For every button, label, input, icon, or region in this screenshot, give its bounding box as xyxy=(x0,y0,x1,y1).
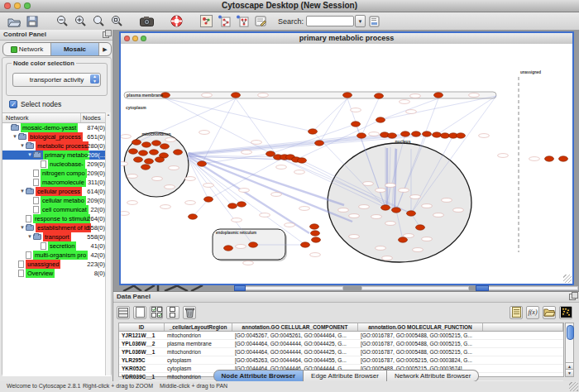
graph-node[interactable] xyxy=(433,132,442,137)
graph-node-small[interactable] xyxy=(498,154,509,158)
tree-row[interactable]: mosaic-demo-yeast874(0) xyxy=(2,123,111,132)
advanced-search-icon[interactable] xyxy=(367,15,382,28)
graph-edge[interactable] xyxy=(188,136,361,153)
tree-row[interactable]: ▼transport558(0) xyxy=(2,232,111,241)
graph-node[interactable] xyxy=(309,129,318,134)
expand-triangle-icon[interactable]: ▼ xyxy=(12,132,18,141)
graph-node[interactable] xyxy=(266,151,275,156)
window-resize-grip[interactable] xyxy=(563,275,572,283)
graph-node-small[interactable] xyxy=(376,246,386,251)
graph-node-small[interactable] xyxy=(400,100,410,104)
tree-row[interactable]: macromolecule311(0) xyxy=(2,178,111,187)
tree-row[interactable]: unassigned223(0) xyxy=(2,260,111,269)
import-matrix-icon[interactable] xyxy=(559,306,572,319)
graph-node-small[interactable] xyxy=(203,184,214,188)
graph-node[interactable] xyxy=(434,93,443,98)
new-attribute-icon[interactable] xyxy=(133,306,146,319)
graph-node-small[interactable] xyxy=(294,170,305,174)
tab-overflow-arrow[interactable]: ▶ xyxy=(99,43,111,55)
expand-triangle-icon[interactable]: ▼ xyxy=(19,187,26,196)
graph-node-small[interactable] xyxy=(310,253,321,257)
graph-node-small[interactable] xyxy=(127,201,138,205)
graph-node-small[interactable] xyxy=(410,195,421,199)
zoom-out-icon[interactable] xyxy=(55,15,69,28)
open-folder-icon[interactable] xyxy=(7,15,22,28)
graph-node[interactable] xyxy=(301,242,310,247)
graph-node-small[interactable] xyxy=(243,261,254,265)
tree-row[interactable]: multi-organism pro42(0) xyxy=(2,251,111,260)
graph-node-small[interactable] xyxy=(369,132,380,136)
graph-node-small[interactable] xyxy=(404,234,414,238)
snapshot-camera-icon[interactable] xyxy=(139,15,154,28)
graph-node[interactable] xyxy=(232,93,241,98)
graph-node[interactable] xyxy=(150,150,159,155)
tree-row[interactable]: ▼metabolic process280(0) xyxy=(2,141,111,151)
tab-edge-attribute-browser[interactable]: Edge Attribute Browser xyxy=(304,370,387,382)
graph-node[interactable] xyxy=(457,133,466,138)
graph-node[interactable] xyxy=(160,144,170,149)
graph-node[interactable] xyxy=(237,202,246,207)
graph-node-small[interactable] xyxy=(202,93,213,98)
graph-node[interactable] xyxy=(139,151,148,155)
graph-node[interactable] xyxy=(399,237,408,242)
tab-node-attribute-browser[interactable]: Node Attribute Browser xyxy=(213,370,304,382)
graph-node-small[interactable] xyxy=(382,256,393,261)
graph-node-small[interactable] xyxy=(185,201,196,205)
graph-node-small[interactable] xyxy=(258,93,269,98)
graph-node[interactable] xyxy=(189,214,198,219)
table-column-header[interactable]: _cellularLayoutRegion xyxy=(165,323,232,331)
graph-node-small[interactable] xyxy=(422,204,433,208)
graph-node[interactable] xyxy=(132,140,141,145)
expand-triangle-icon[interactable]: ▼ xyxy=(26,151,33,160)
tab-network-attribute-browser[interactable]: Network Attribute Browser xyxy=(387,370,479,382)
graph-node-small[interactable] xyxy=(185,177,196,181)
search-input[interactable] xyxy=(306,16,354,26)
table-column-header[interactable] xyxy=(483,323,563,331)
graph-node[interactable] xyxy=(311,231,320,236)
help-ring-icon[interactable] xyxy=(169,15,184,28)
graph-node-small[interactable] xyxy=(165,138,176,142)
graph-node-small[interactable] xyxy=(276,165,287,170)
graph-node-small[interactable] xyxy=(529,157,540,161)
graph-node[interactable] xyxy=(343,93,352,98)
app-resize-grip[interactable] xyxy=(569,382,578,391)
zoom-in-icon[interactable] xyxy=(73,15,88,28)
graph-edge-bundle[interactable] xyxy=(189,155,352,222)
select-nodes-checkbox[interactable]: ✓ xyxy=(9,100,17,108)
graph-node-small[interactable] xyxy=(410,94,421,98)
graph-node-small[interactable] xyxy=(239,189,250,193)
float-data-panel-icon[interactable] xyxy=(569,294,576,300)
graph-edge[interactable] xyxy=(188,157,242,204)
tree-row[interactable]: cell communicat22(0) xyxy=(2,205,111,214)
expand-triangle-icon[interactable]: ▼ xyxy=(19,141,26,151)
table-column-header[interactable]: ID xyxy=(119,323,165,331)
tree-row[interactable]: ▼biological_process651(0) xyxy=(2,132,111,141)
tree-row[interactable]: ▼cellular process614(0) xyxy=(2,187,111,196)
graph-node-small[interactable] xyxy=(251,141,262,145)
graph-edge-bundle[interactable] xyxy=(189,157,309,233)
graph-node[interactable] xyxy=(141,165,151,170)
graph-node[interactable] xyxy=(145,159,154,164)
graph-node-small[interactable] xyxy=(236,245,246,249)
tree-column-network[interactable]: Network xyxy=(2,113,81,122)
graph-node-small[interactable] xyxy=(359,205,370,209)
tree-row[interactable]: secretion41(0) xyxy=(2,241,111,251)
graph-node-small[interactable] xyxy=(453,208,464,213)
table-scrollbar-thumb[interactable] xyxy=(567,325,574,340)
graph-node-small[interactable] xyxy=(152,177,163,181)
network-edit-a-icon[interactable] xyxy=(235,15,250,28)
graph-node[interactable] xyxy=(198,161,207,166)
graph-node-small[interactable] xyxy=(442,198,452,203)
graph-node[interactable] xyxy=(129,149,138,154)
graph-edge[interactable] xyxy=(380,96,496,120)
expand-triangle-icon[interactable]: ▼ xyxy=(26,232,33,241)
tree-row[interactable]: response to stimulu264(0) xyxy=(2,214,111,223)
table-row[interactable]: YJR121W__1mitochondrion[GO:0045267, GO:0… xyxy=(119,332,563,340)
graph-node-small[interactable] xyxy=(271,193,282,197)
graph-node[interactable] xyxy=(381,205,390,210)
graph-node-small[interactable] xyxy=(160,205,171,209)
delete-attribute-icon[interactable] xyxy=(183,306,196,319)
graph-node-small[interactable] xyxy=(242,151,252,155)
graph-node[interactable] xyxy=(376,117,385,122)
graph-edge[interactable] xyxy=(437,96,496,135)
